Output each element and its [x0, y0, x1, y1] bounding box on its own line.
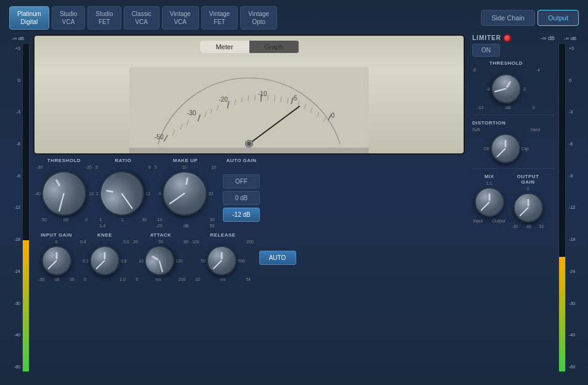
left-tick-0: 0 [18, 78, 20, 83]
mix-knob[interactable] [475, 187, 504, 217]
distortion-control: DISTORTION Soft Hard Off Clip [472, 120, 540, 163]
right-vu-bar [558, 43, 566, 372]
right-tick-0: 0 [569, 78, 571, 83]
release-control: RELEASE 100 200 50 500 10 ms [192, 232, 254, 282]
right-tick-m3: -3 [569, 110, 573, 114]
attack-knob[interactable] [139, 240, 180, 281]
top-right-buttons: Side Chain Output [481, 10, 579, 26]
graph-tab[interactable]: Graph [249, 41, 299, 53]
analog-meter-svg: -50 -30 -20 -10 -5 0 [34, 67, 464, 153]
left-tick-m9: -9 [17, 174, 20, 178]
content-area: -∞ dB +3 0 -3 -6 -9 -12 -18 -24 -30 -40 … [6, 34, 582, 372]
ratio-control: RATIO 5 8 2 12 1 :1 [95, 158, 151, 228]
left-tick-m24: -24 [14, 269, 20, 274]
output-gain-value: 0 [527, 187, 530, 191]
left-vu-top-label: -∞ dB [12, 36, 24, 41]
right-tick-m18: -18 [569, 237, 575, 241]
auto-button-group: AUTO [257, 232, 297, 265]
left-tick-3: +3 [15, 46, 20, 51]
output-gain-label: OUTPUT GAIN [511, 174, 545, 185]
knee-knob[interactable] [90, 246, 119, 275]
left-tick-m40: -40 [14, 333, 20, 337]
auto-gain-12db-button[interactable]: -12 dB [223, 208, 260, 222]
right-tick-m6: -6 [569, 142, 573, 146]
right-tick-3: +3 [569, 46, 574, 51]
svg-rect-35 [129, 148, 369, 153]
left-vu-fill [23, 240, 29, 371]
limiter-section: LIMITER -∞ dB ON [472, 34, 555, 57]
input-gain-control: INPUT GAIN 0 -30 dB 30 [36, 232, 76, 282]
right-tick-m12: -12 [569, 205, 575, 209]
left-tick-m18: -18 [14, 237, 20, 241]
left-vu-bar [22, 43, 30, 372]
right-vu-top-label: -∞ dB [564, 36, 576, 41]
limiter-led [504, 35, 510, 41]
vu-display-inner: Meter Graph -50 [34, 36, 464, 153]
bottom-controls-row: INPUT GAIN 0 -30 dB 30 KNEE 0.4 [33, 232, 465, 282]
limiter-threshold-knob[interactable] [486, 68, 526, 109]
limiter-label: LIMITER [472, 34, 501, 41]
mix-output-section: MIX 1:1 Input Output OUTPUT GAIN 0 [472, 174, 555, 229]
limiter-threshold-label: THRESHOLD [489, 60, 523, 66]
attack-control: ATTACK 20 50 80 10 120 0 [133, 232, 188, 282]
left-tick-m30: -30 [14, 301, 20, 306]
left-tick-m3: -3 [17, 110, 20, 114]
limiter-on-button[interactable]: ON [472, 44, 500, 57]
left-tick-m12: -12 [14, 205, 20, 209]
distortion-knob[interactable] [491, 134, 520, 163]
svg-text:-20: -20 [219, 96, 228, 103]
knee-control: KNEE 0.4 0.6 0.2 0.8 0 1.0 [80, 232, 129, 282]
right-vu-meter: +3 0 -3 -6 -9 -12 -18 -24 -30 -40 -60 [558, 43, 582, 372]
auto-gain-0db-button[interactable]: 0 dB [223, 191, 260, 205]
left-vu-section: -∞ dB +3 0 -3 -6 -9 -12 -18 -24 -30 -40 … [6, 34, 30, 372]
ratio-knob[interactable] [96, 168, 147, 219]
right-section: LIMITER -∞ dB ON THRESHOLD -6 -4 -8 [469, 34, 555, 372]
right-tick-m9: -9 [569, 174, 573, 178]
output-gain-control: OUTPUT GAIN 0 -30 dB 30 [511, 174, 545, 229]
release-knob[interactable] [207, 246, 236, 275]
svg-point-34 [247, 142, 251, 145]
meter-tab[interactable]: Meter [200, 41, 249, 53]
output-gain-knob[interactable] [513, 193, 543, 222]
right-vu-fill [559, 257, 565, 371]
input-gain-knob[interactable] [42, 246, 71, 275]
left-tick-m60: -60 [14, 365, 20, 369]
left-vu-meter: +3 0 -3 -6 -9 -12 -18 -24 -30 -40 -60 [6, 43, 30, 372]
svg-text:-10: -10 [258, 91, 267, 97]
threshold-knob[interactable] [34, 163, 94, 224]
preset-studio-fet[interactable]: Studio FET [87, 6, 121, 30]
right-tick-m30: -30 [569, 301, 575, 306]
limiter-db-label: -∞ dB [541, 35, 555, 41]
meter-graph-tabs: Meter Graph [200, 41, 299, 53]
mix-label: MIX [485, 174, 494, 179]
preset-platinum-digital[interactable]: Platinum Digital [9, 6, 49, 30]
preset-tabs: Platinum Digital Studio VCA Studio FET C… [9, 6, 277, 30]
mix-control: MIX 1:1 Input Output [472, 174, 506, 223]
preset-studio-vca[interactable]: Studio VCA [52, 6, 85, 30]
side-chain-button[interactable]: Side Chain [481, 10, 535, 26]
preset-vintage-fet[interactable]: Vintage FET [201, 6, 238, 30]
makeup-control: MAKE UP 5 10 15 -5 20 -10 [155, 158, 216, 228]
limiter-threshold-control: THRESHOLD -6 -4 -8 -2 -10 dB 0 [472, 60, 540, 110]
auto-gain-off-button[interactable]: OFF [223, 174, 260, 188]
preset-vintage-opto[interactable]: Vintage Opto [240, 6, 277, 30]
auto-button[interactable]: AUTO [259, 251, 296, 265]
right-tick-m24: -24 [569, 269, 575, 274]
right-tick-m60: -60 [569, 365, 575, 369]
right-vu-section: -∞ dB +3 0 -3 -6 -9 -12 -18 -24 -30 - [558, 34, 582, 372]
preset-classic-vca[interactable]: Classic VCA [124, 6, 159, 30]
vu-display: Meter Graph -50 [33, 34, 465, 155]
auto-gain-control: AUTO GAIN OFF 0 dB -12 dB [220, 158, 263, 222]
svg-text:0: 0 [331, 112, 335, 119]
release-label: RELEASE [210, 232, 235, 238]
input-gain-label: INPUT GAIN [41, 232, 72, 238]
output-button[interactable]: Output [538, 10, 579, 26]
mix-ratio: 1:1 [486, 181, 493, 185]
left-tick-m6: -6 [17, 142, 20, 146]
center-section: Meter Graph -50 [33, 34, 465, 372]
attack-label: ATTACK [150, 232, 172, 238]
ratio-label: RATIO [115, 158, 132, 163]
threshold-label: THRESHOLD [47, 158, 81, 163]
preset-vintage-vca[interactable]: Vintage VCA [162, 6, 199, 30]
makeup-knob[interactable] [159, 168, 211, 219]
